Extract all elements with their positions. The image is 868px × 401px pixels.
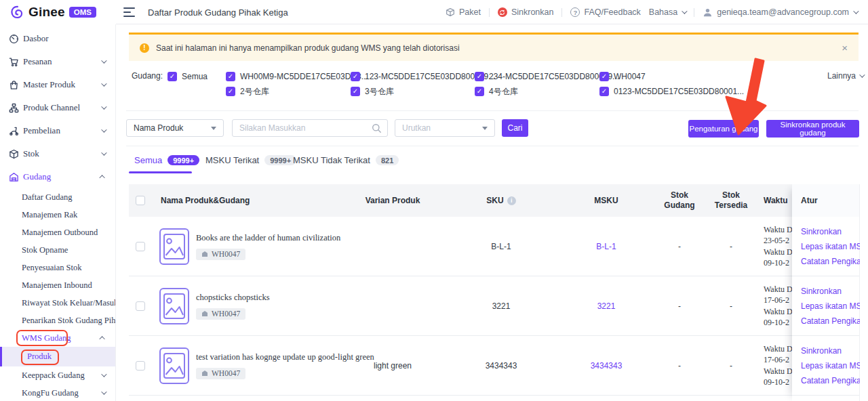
sidebar-item-pembelian[interactable]: Pembelian bbox=[0, 119, 115, 142]
lepas-ikatan-action[interactable]: Lepas ikatan MSKU bbox=[801, 301, 859, 311]
dashboard-icon bbox=[8, 33, 19, 44]
search-type-select[interactable]: Nama Produk bbox=[126, 119, 224, 137]
cart-icon bbox=[8, 56, 19, 67]
catatan-pengikatan-action[interactable]: Catatan Pengikatan bbox=[801, 257, 859, 266]
lainnya-label: Lainnya bbox=[827, 71, 856, 81]
sidebar-item-keeppack-gudang[interactable]: Keeppack Gudang bbox=[0, 366, 115, 384]
sidebar-item-penyesuaian-stok[interactable]: Penyesuaian Stok bbox=[0, 259, 115, 276]
sidebar-sub-label: Daftar Gudang bbox=[22, 192, 73, 203]
sidebar-item-wms-gudang[interactable]: WMS Gudang bbox=[0, 329, 115, 347]
sidebar-item-stok[interactable]: Stok bbox=[0, 142, 115, 165]
account-menu[interactable]: genieqa.team@advancegroup.com bbox=[703, 7, 857, 18]
sinkronkan-produk-button[interactable]: Sinkronkan produk gudang bbox=[766, 120, 859, 138]
sidebar-item-riwayat-stok[interactable]: Riwayat Stok Keluar/Masuk bbox=[0, 294, 115, 312]
sidebar-item-penarikan-stok[interactable]: Penarikan Stok Gudang Pihak Ke... bbox=[0, 312, 115, 329]
lepas-ikatan-action[interactable]: Lepas ikatan MSKU bbox=[801, 242, 859, 251]
sidebar-item-master-produk[interactable]: Master Produk bbox=[0, 73, 115, 96]
chevron-down-icon bbox=[101, 127, 106, 132]
lainnya-toggle[interactable]: Lainnya bbox=[827, 71, 863, 81]
msku-link[interactable]: 3221 bbox=[559, 301, 654, 311]
catatan-pengikatan-action[interactable]: Catatan Pengikatan bbox=[801, 376, 859, 385]
checkbox-checked: ✓ bbox=[475, 72, 484, 81]
sidebar-sub-label: Manajemen Rak bbox=[22, 210, 77, 220]
warehouse-checkbox-3hao[interactable]: ✓ 3号仓库 bbox=[351, 86, 394, 97]
warehouse-checkbox-0123[interactable]: ✓ 0123-MC5DDE17C5E03DD80001... bbox=[599, 86, 744, 97]
close-icon[interactable]: × bbox=[842, 42, 848, 54]
sidebar-item-kongfu-gudang[interactable]: KongFu Gudang bbox=[0, 384, 115, 401]
paket-link[interactable]: Paket bbox=[446, 7, 481, 17]
row-checkbox[interactable] bbox=[136, 242, 145, 251]
sidebar-sub-label: Riwayat Stok Keluar/Masuk bbox=[22, 298, 115, 308]
sinkronkan-action[interactable]: Sinkronkan bbox=[801, 287, 859, 296]
col-sku: SKU i bbox=[443, 196, 559, 205]
warehouse-checkbox-wh0047[interactable]: ✓ WH0047 bbox=[599, 71, 646, 82]
warehouse-tag: WH0047 bbox=[196, 368, 245, 379]
menu-collapse-icon[interactable] bbox=[123, 7, 135, 17]
sidebar-item-daftar-gudang[interactable]: Daftar Gudang bbox=[0, 188, 115, 206]
info-icon[interactable]: i bbox=[507, 196, 516, 205]
checkbox-label: 2号仓库 bbox=[240, 86, 269, 98]
msku-link[interactable]: B-L-1 bbox=[559, 242, 654, 251]
row-checkbox[interactable] bbox=[136, 361, 145, 371]
sort-select[interactable]: Urutkan bbox=[395, 119, 495, 137]
sidebar-item-manajemen-inbound[interactable]: Manajemen Inbound bbox=[0, 276, 115, 294]
brand-logo[interactable]: Ginee OMS bbox=[9, 0, 96, 24]
col-stok-tersedia: Stok Tersedia bbox=[705, 190, 757, 211]
msku-link[interactable]: 3434343 bbox=[559, 361, 654, 371]
cari-button[interactable]: Cari bbox=[502, 119, 528, 137]
language-select[interactable]: Bahasa bbox=[649, 7, 686, 17]
row-checkbox[interactable] bbox=[136, 301, 145, 311]
waktu-cell: Waktu D17-06-2Waktu D09-10-2 bbox=[757, 343, 792, 388]
chevron-down-icon bbox=[101, 81, 106, 86]
product-image-placeholder bbox=[159, 228, 189, 265]
sinkronkan-action[interactable]: Sinkronkan bbox=[801, 346, 859, 356]
tab-msku-terikat[interactable]: MSKU Terikat 9999+ bbox=[205, 155, 296, 165]
sidebar-item-manajemen-outbound[interactable]: Manajemen Outbound bbox=[0, 224, 115, 241]
warehouse-checkbox-4hao[interactable]: ✓ 4号仓库 bbox=[475, 86, 518, 97]
warehouse-checkbox-wh00m9[interactable]: ✓ WH00M9-MC5DDE17C5E03DD8... bbox=[226, 71, 368, 82]
tab-label: MSKU Tidak Terikat bbox=[293, 155, 370, 165]
warehouse-checkbox-234[interactable]: ✓ 234-MC5DDE17C5E03DD800019... bbox=[475, 71, 619, 82]
warehouse-tag: WH0047 bbox=[196, 308, 245, 320]
tab-msku-tidak-terikat[interactable]: MSKU Tidak Terikat 821 bbox=[293, 155, 399, 165]
warehouse-checkbox-2hao[interactable]: ✓ 2号仓库 bbox=[226, 86, 269, 97]
warehouse-checkbox-123[interactable]: ✓ 123-MC5DDE17C5E03DD800019... bbox=[351, 71, 495, 82]
sidebar-item-label: Pesanan bbox=[23, 56, 52, 67]
table-row: test variation has kognge update up good… bbox=[129, 336, 860, 396]
tab-semua[interactable]: Semua 9999+ bbox=[134, 155, 199, 165]
warehouse-icon bbox=[8, 171, 19, 182]
sinkronkan-action[interactable]: Sinkronkan bbox=[801, 227, 859, 236]
sidebar-sub-label: Manajemen Outbound bbox=[22, 228, 98, 238]
chevron-down-icon bbox=[101, 104, 106, 109]
col-waktu: Waktu bbox=[757, 196, 792, 205]
stok-tersedia-value: - bbox=[705, 361, 757, 371]
stok-gudang-value: - bbox=[654, 242, 705, 251]
sidebar-item-gudang[interactable]: Gudang bbox=[0, 165, 115, 188]
sinkronkan-link[interactable]: Sinkronkan bbox=[498, 7, 554, 17]
sidebar-item-produk-channel[interactable]: Produk Channel bbox=[0, 96, 115, 119]
checkbox-label: 3号仓库 bbox=[365, 86, 394, 98]
pengaturan-gudang-button[interactable]: Pengaturan gudang bbox=[688, 120, 759, 138]
chevron-down-icon bbox=[101, 58, 106, 63]
building-icon bbox=[201, 310, 208, 317]
warehouse-checkbox-semua[interactable]: ✓ Semua bbox=[167, 71, 208, 82]
search-input[interactable] bbox=[232, 119, 388, 137]
catatan-pengikatan-action[interactable]: Catatan Pengikatan bbox=[801, 316, 859, 326]
checkbox-checked: ✓ bbox=[351, 72, 360, 81]
chevron-down-icon bbox=[682, 8, 687, 14]
lepas-ikatan-action[interactable]: Lepas ikatan MSKU bbox=[801, 361, 859, 371]
faq-label: FAQ/Feedback bbox=[584, 7, 640, 17]
sidebar-item-pesanan[interactable]: Pesanan bbox=[0, 50, 115, 73]
stok-gudang-value: - bbox=[654, 301, 705, 311]
sidebar-item-produk[interactable]: Produk bbox=[0, 347, 115, 366]
faq-link[interactable]: ? FAQ/Feedback bbox=[570, 7, 640, 17]
checkbox-checked: ✓ bbox=[475, 87, 484, 96]
select-all-checkbox[interactable] bbox=[136, 196, 145, 205]
sidebar-item-stok-opname[interactable]: Stok Opname bbox=[0, 241, 115, 259]
sidebar-item-dasbor[interactable]: Dasbor bbox=[0, 27, 115, 50]
warehouse-tag: WH0047 bbox=[196, 249, 245, 260]
sidebar-item-manajemen-rak[interactable]: Manajemen Rak bbox=[0, 206, 115, 224]
divider bbox=[489, 8, 490, 17]
chevron-down-icon bbox=[853, 8, 859, 14]
checkbox-label: 0123-MC5DDE17C5E03DD80001... bbox=[614, 87, 744, 96]
